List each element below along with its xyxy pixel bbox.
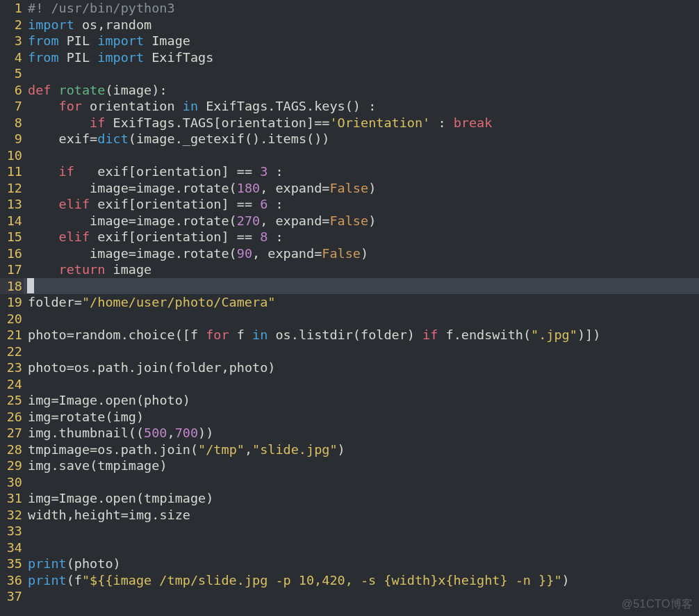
token-op: . (51, 458, 58, 473)
code-line[interactable]: 19folder="/home/user/photo/Camera" (0, 294, 699, 311)
code-content[interactable]: for orientation in ExifTags.TAGS.keys() … (24, 98, 699, 115)
code-content[interactable]: width,height=img.size (24, 507, 699, 524)
token-pc: items (268, 131, 306, 146)
code-content[interactable] (24, 474, 699, 491)
code-line[interactable]: 23photo=os.path.join(folder,photo) (0, 359, 699, 376)
token-pc (361, 99, 368, 113)
code-content[interactable] (24, 65, 699, 82)
code-content[interactable]: print(f"${{image /tmp/slide.jpg -p 10,42… (24, 572, 699, 589)
code-line[interactable]: 26img=rotate(img) (0, 409, 699, 425)
code-line[interactable]: 14 image=image.rotate(270, expand=False) (0, 213, 699, 229)
code-line[interactable]: 35print(photo) (0, 556, 699, 572)
code-line[interactable]: 12 image=image.rotate(180, expand=False) (0, 180, 699, 197)
code-content[interactable]: photo=os.path.join(folder,photo) (24, 359, 699, 376)
token-kw: for (206, 327, 229, 342)
code-line[interactable]: 24 (0, 376, 699, 393)
token-op: ( (353, 327, 361, 342)
code-line[interactable]: 10 (0, 147, 699, 164)
code-content[interactable] (24, 147, 699, 164)
code-content[interactable] (24, 376, 699, 393)
code-line[interactable]: 3from PIL import Image (0, 33, 699, 49)
code-content[interactable]: image=image.rotate(90, expand=False) (24, 245, 699, 262)
code-content[interactable]: img=Image.open(photo) (24, 392, 699, 409)
code-line[interactable]: 11 if exif[orientation] == 3 : (0, 163, 699, 180)
code-line[interactable]: 18 (0, 278, 699, 295)
code-content[interactable] (24, 588, 699, 605)
code-line[interactable]: 16 image=image.rotate(90, expand=False) (0, 245, 699, 262)
code-line[interactable]: 30 (0, 474, 699, 491)
line-number: 5 (0, 65, 24, 82)
line-number: 11 (0, 163, 24, 180)
code-content[interactable]: #! /usr/bin/python3 (24, 0, 699, 17)
token-pc: exif (90, 229, 129, 244)
token-pc: img (28, 393, 51, 407)
code-line[interactable]: 33 (0, 523, 699, 540)
code-content[interactable]: img=rotate(img) (24, 409, 699, 425)
token-str: "slide.jpg" (252, 442, 338, 457)
code-content[interactable]: print(photo) (24, 556, 699, 572)
code-content[interactable]: exif=dict(image._getexif().items()) (24, 131, 699, 147)
code-line[interactable]: 17 return image (0, 261, 699, 278)
code-content[interactable]: img.thumbnail((500,700)) (24, 425, 699, 441)
code-line[interactable]: 8 if ExifTags.TAGS[orientation]=='Orient… (0, 115, 699, 131)
code-line[interactable]: 7 for orientation in ExifTags.TAGS.keys(… (0, 98, 699, 115)
code-line[interactable]: 34 (0, 540, 699, 556)
token-pc (268, 229, 275, 244)
code-line[interactable]: 37 (0, 588, 699, 605)
code-content[interactable] (24, 523, 699, 540)
code-content[interactable]: photo=random.choice([f for f in os.listd… (24, 327, 699, 343)
code-line[interactable]: 6def rotate(image): (0, 82, 699, 99)
code-line[interactable]: 4from PIL import ExifTags (0, 49, 699, 66)
code-line[interactable]: 21photo=random.choice([f for f in os.lis… (0, 327, 699, 343)
code-content[interactable]: tmpimage=os.path.join("/tmp","slide.jpg"… (24, 441, 699, 458)
code-content[interactable] (24, 540, 699, 556)
code-line[interactable]: 36print(f"${{image /tmp/slide.jpg -p 10,… (0, 572, 699, 589)
code-content[interactable] (24, 278, 699, 295)
code-line[interactable]: 25img=Image.open(photo) (0, 392, 699, 409)
code-content[interactable]: elif exif[orientation] == 8 : (24, 229, 699, 245)
code-content[interactable]: image=image.rotate(270, expand=False) (24, 213, 699, 229)
code-content[interactable]: def rotate(image): (24, 82, 699, 99)
code-content[interactable] (24, 343, 699, 360)
token-op: . (260, 131, 268, 146)
token-pc: img (129, 508, 151, 522)
token-op: . (113, 442, 121, 457)
token-kw: if (59, 164, 74, 179)
token-op: ( (229, 213, 237, 228)
code-editor[interactable]: 1#! /usr/bin/python32import os,random3fr… (0, 0, 699, 616)
code-content[interactable]: if ExifTags.TAGS[orientation]=='Orientat… (24, 115, 699, 131)
token-op: , (260, 213, 268, 228)
code-line[interactable]: 9 exif=dict(image._getexif().items()) (0, 131, 699, 147)
code-content[interactable]: from PIL import ExifTags (24, 49, 699, 66)
code-line[interactable]: 22 (0, 343, 699, 360)
token-pc: os (97, 442, 113, 457)
token-op: ) (368, 181, 376, 195)
code-line[interactable]: 2import os,random (0, 17, 699, 33)
code-line[interactable]: 20 (0, 311, 699, 327)
code-content[interactable]: from PIL import Image (24, 33, 699, 49)
code-line[interactable]: 28tmpimage=os.path.join("/tmp","slide.jp… (0, 441, 699, 458)
code-content[interactable] (24, 311, 699, 327)
token-pc: image (136, 131, 175, 146)
code-line[interactable]: 31img=Image.open(tmpimage) (0, 490, 699, 507)
code-line[interactable]: 5 (0, 65, 699, 82)
code-content[interactable]: return image (24, 261, 699, 278)
code-content[interactable]: elif exif[orientation] == 6 : (24, 196, 699, 213)
token-op: = (129, 213, 136, 228)
code-content[interactable]: import os,random (24, 17, 699, 33)
code-line[interactable]: 32width,height=img.size (0, 507, 699, 524)
token-pc: tmpimage (144, 491, 206, 505)
code-content[interactable]: folder="/home/user/photo/Camera" (24, 294, 699, 311)
code-content[interactable]: img=Image.open(tmpimage) (24, 490, 699, 507)
code-content[interactable]: if exif[orientation] == 3 : (24, 163, 699, 180)
code-line[interactable]: 13 elif exif[orientation] == 6 : (0, 196, 699, 213)
token-pc (415, 327, 422, 342)
token-num: 270 (237, 213, 260, 228)
code-line[interactable]: 1#! /usr/bin/python3 (0, 0, 699, 17)
code-line[interactable]: 27img.thumbnail((500,700)) (0, 425, 699, 441)
token-op: ) (268, 360, 275, 375)
code-line[interactable]: 15 elif exif[orientation] == 8 : (0, 229, 699, 245)
code-line[interactable]: 29img.save(tmpimage) (0, 457, 699, 474)
code-content[interactable]: img.save(tmpimage) (24, 457, 699, 474)
code-content[interactable]: image=image.rotate(180, expand=False) (24, 180, 699, 197)
